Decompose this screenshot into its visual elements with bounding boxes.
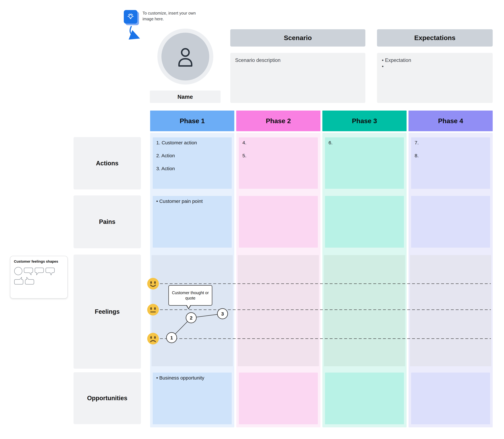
phase-label: Phase 1: [180, 117, 205, 125]
speech-bubble-bottom-left-icon[interactable]: [35, 267, 44, 276]
action-item: 1. Customer action: [156, 140, 228, 146]
phase-4-header[interactable]: Phase 4: [408, 110, 493, 131]
phase-label: Phase 2: [266, 117, 291, 125]
row-label-actions[interactable]: Actions: [73, 137, 141, 189]
row-label-pains[interactable]: Pains: [73, 195, 141, 248]
expectations-box[interactable]: • Expectation •: [377, 53, 493, 103]
phase-3-opportunities-cell[interactable]: [325, 373, 404, 424]
customer-quote-callout[interactable]: Customer thought or quote: [168, 285, 212, 306]
speech-bubble-top-left-icon[interactable]: [25, 277, 35, 286]
person-icon: [161, 33, 209, 81]
phase-1-opportunities-cell[interactable]: • Business opportunity: [153, 373, 232, 424]
phase-3-header[interactable]: Phase 3: [322, 110, 407, 131]
phase-4-feelings-cell[interactable]: [410, 255, 491, 366]
phase-2-feelings-cell[interactable]: [238, 255, 319, 366]
phase-4-opportunities-cell[interactable]: [411, 373, 490, 424]
sad-face-icon[interactable]: [147, 332, 159, 345]
phase-2-pains-cell[interactable]: [239, 196, 318, 248]
hint-text: To customize, insert your own image here…: [143, 10, 204, 22]
row-label-opportunities[interactable]: Opportunities: [73, 372, 141, 424]
action-item: 6.: [328, 140, 400, 146]
circle-icon[interactable]: [14, 267, 23, 275]
phase-4-actions-cell[interactable]: 7. 8.: [411, 137, 490, 189]
phase-2-opportunities-cell[interactable]: [239, 373, 318, 424]
persona-name-label: Name: [177, 94, 193, 100]
expectations-title: Expectations: [414, 34, 455, 42]
speech-bubble-bottom-right-icon[interactable]: [24, 267, 34, 276]
persona-name-box[interactable]: Name: [150, 90, 221, 103]
phase-4-pains-cell[interactable]: [411, 196, 490, 248]
scenario-description: Scenario description: [235, 57, 360, 63]
speech-bubble-bottom-center-icon[interactable]: [45, 267, 55, 276]
action-item: 7.: [415, 140, 487, 146]
curved-arrow-icon: [128, 25, 142, 41]
phase-1-header[interactable]: Phase 1: [150, 110, 234, 131]
lightbulb-icon: [124, 10, 137, 24]
phase-label: Phase 3: [352, 117, 377, 125]
expectation-item: •: [382, 63, 488, 70]
phase-label: Phase 4: [438, 117, 463, 125]
phase-2-actions-cell[interactable]: 4. 5.: [239, 137, 318, 189]
customer-journey-map-canvas: To customize, insert your own image here…: [0, 0, 504, 439]
callout-text: Customer thought or quote: [170, 290, 210, 301]
phase-1-actions-cell[interactable]: 1. Customer action 2. Action 3. Action: [153, 137, 232, 189]
scenario-title: Scenario: [284, 34, 312, 42]
legend-title: Customer feelings shapes: [14, 259, 64, 264]
phase-2-header[interactable]: Phase 2: [236, 110, 320, 131]
row-label-text: Actions: [96, 160, 119, 167]
neutral-face-icon[interactable]: [147, 304, 159, 316]
scenario-description-box[interactable]: Scenario description: [230, 53, 365, 103]
phase-3-actions-cell[interactable]: 6.: [325, 137, 404, 189]
happy-face-icon[interactable]: [147, 278, 159, 290]
phase-3-pains-cell[interactable]: [325, 196, 404, 248]
action-item: 3. Action: [156, 166, 228, 171]
phase-1-feelings-cell[interactable]: [152, 255, 233, 366]
phase-3-feelings-cell[interactable]: [324, 255, 405, 366]
row-label-feelings[interactable]: Feelings: [73, 255, 141, 369]
legend-shape-list: [14, 267, 64, 286]
expectation-item: • Expectation: [382, 57, 488, 63]
action-item: 2. Action: [156, 153, 228, 159]
scenario-header[interactable]: Scenario: [230, 29, 365, 47]
action-item: 8.: [415, 153, 487, 159]
action-item: 4.: [242, 140, 314, 146]
row-label-text: Pains: [99, 218, 115, 225]
expectations-header[interactable]: Expectations: [377, 29, 493, 47]
phase-1-pains-cell[interactable]: • Customer pain point: [153, 196, 232, 248]
action-item: 5.: [242, 153, 314, 159]
pain-item: • Customer pain point: [156, 198, 228, 204]
opportunity-item: • Business opportunity: [156, 375, 228, 381]
row-label-text: Feelings: [95, 308, 120, 315]
speech-bubble-top-right-icon[interactable]: [14, 277, 24, 286]
persona-avatar[interactable]: [157, 29, 213, 85]
customer-feelings-shapes-panel: Customer feelings shapes: [10, 256, 68, 299]
row-label-text: Opportunities: [87, 395, 127, 402]
